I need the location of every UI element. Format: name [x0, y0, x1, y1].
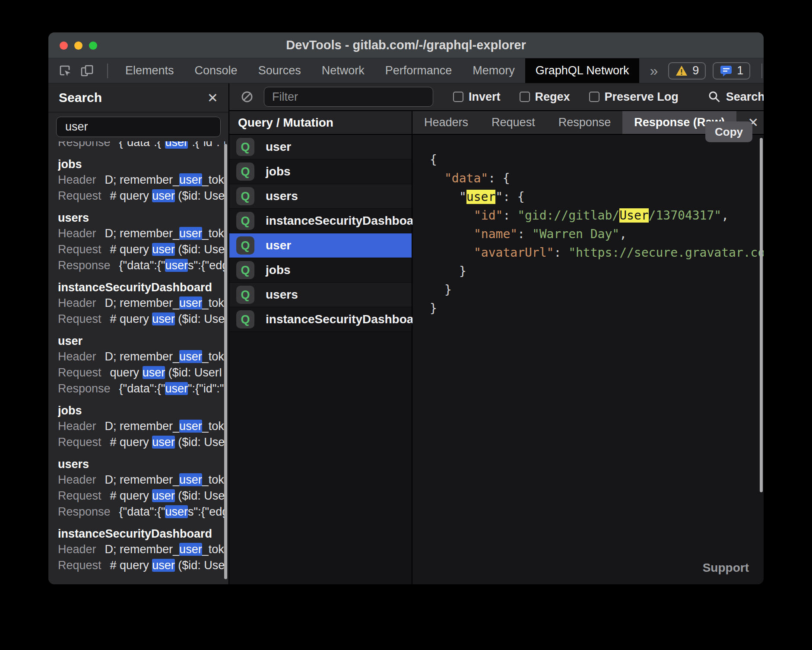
- message-count: 1: [737, 64, 743, 77]
- devtools-tab-console[interactable]: Console: [184, 58, 248, 83]
- result-text: {"data":{"user":{"id":"gid: [119, 141, 225, 150]
- result-fragment: D; remember_: [105, 543, 180, 556]
- result-text: D; remember_user_token=e: [105, 472, 225, 488]
- query-row-jobs[interactable]: Qjobs: [229, 159, 412, 184]
- search-result-line[interactable]: Request# query user ($id: UserI: [58, 558, 225, 574]
- messages-badge[interactable]: 1: [713, 62, 750, 80]
- search-result-line[interactable]: HeaderD; remember_user_token=e: [58, 418, 225, 434]
- response-tab-request[interactable]: Request: [480, 111, 547, 134]
- search-result-line[interactable]: HeaderD; remember_user_token=e: [58, 472, 225, 488]
- match-highlight: user: [179, 350, 202, 363]
- checkbox-box[interactable]: [589, 92, 599, 102]
- result-fragment: D; remember_: [105, 420, 180, 433]
- query-row-label: users: [266, 288, 298, 302]
- search-result-line[interactable]: Request# query user ($id: UserI: [58, 434, 225, 450]
- query-row-user[interactable]: Quser: [229, 135, 412, 159]
- checkbox-box[interactable]: [453, 92, 463, 102]
- search-result-line[interactable]: HeaderD; remember_user_token=e: [58, 349, 225, 365]
- copy-button[interactable]: Copy: [705, 121, 752, 142]
- warning-count: 9: [692, 64, 699, 77]
- device-toolbar-icon[interactable]: [80, 64, 94, 77]
- search-result-line[interactable]: Request# query user ($id: UserI: [58, 242, 225, 258]
- result-text: {"data":{"user":{"id":"gid: [119, 381, 225, 397]
- json-token: /13704317": [649, 208, 722, 223]
- result-fragment: ($id: UserI: [175, 559, 225, 572]
- search-result-line[interactable]: Request# query user ($id: UserI: [58, 488, 225, 504]
- response-scrollbar[interactable]: [760, 138, 763, 492]
- search-result-line[interactable]: Response{"data":{"users":{"edges: [58, 504, 225, 520]
- query-row-jobs[interactable]: Qjobs: [229, 258, 412, 283]
- filter-bar: InvertRegexPreserve Log Search: [229, 83, 764, 111]
- response-panel: HeadersRequestResponseResponse (Raw) ✕ {…: [412, 111, 764, 584]
- result-fragment: _token=e: [202, 420, 225, 433]
- response-tab-headers[interactable]: Headers: [412, 111, 480, 134]
- search-result-line[interactable]: Response{"data":{"users":{"edges: [58, 258, 225, 274]
- json-line: "user": {: [430, 188, 764, 206]
- devtools-tab-graphql-network[interactable]: GraphQL Network: [525, 58, 640, 83]
- result-type-label: Request: [58, 365, 102, 381]
- search-result-line[interactable]: Response{"data":{"user":{"id":"gid: [58, 381, 225, 397]
- sidebar-scrollbar[interactable]: [224, 144, 227, 579]
- search-result-line[interactable]: Requestquery user ($id: UserI: [58, 365, 225, 381]
- search-result-group-title: instanceSecurityDashboard: [58, 526, 225, 542]
- devtools-tab-elements[interactable]: Elements: [115, 58, 184, 83]
- warnings-badge[interactable]: 9: [668, 62, 706, 80]
- result-type-label: Response: [58, 141, 111, 150]
- search-result-line[interactable]: Request# query user ($id: UserI: [58, 188, 225, 204]
- json-token: ,: [721, 208, 729, 223]
- checkbox-box[interactable]: [520, 92, 530, 102]
- response-tab-response[interactable]: Response: [547, 111, 623, 134]
- network-search-control[interactable]: Search: [708, 90, 764, 104]
- query-type-badge: Q: [236, 236, 254, 255]
- filter-input[interactable]: [264, 87, 433, 107]
- json-token: ": {: [495, 190, 524, 204]
- close-search-icon[interactable]: ✕: [207, 90, 218, 105]
- search-result-line[interactable]: Response{"data":{"user":{"id":"gid: [58, 141, 225, 150]
- chat-bubble-icon: [720, 64, 733, 77]
- search-result-line[interactable]: HeaderD; remember_user_token=e: [58, 295, 225, 311]
- search-result-line[interactable]: Request# query user ($id: UserI: [58, 311, 225, 327]
- query-row-instancesecuritydashboard[interactable]: QinstanceSecurityDashboard: [229, 307, 412, 332]
- result-fragment: s":{"edges: [188, 259, 225, 272]
- clear-block-icon[interactable]: [241, 90, 254, 103]
- query-row-users[interactable]: Qusers: [229, 184, 412, 209]
- search-input[interactable]: [56, 117, 221, 137]
- close-window-button[interactable]: [60, 41, 68, 50]
- search-icon: [708, 90, 721, 103]
- query-row-instancesecuritydashboard[interactable]: QinstanceSecurityDashboard: [229, 209, 412, 233]
- support-link[interactable]: Support: [703, 561, 749, 575]
- result-type-label: Header: [58, 542, 96, 558]
- devtools-tab-sources[interactable]: Sources: [248, 58, 311, 83]
- query-row-user[interactable]: Quser: [229, 233, 412, 258]
- result-type-label: Header: [58, 295, 96, 311]
- tabbar-right-divider: [761, 64, 762, 78]
- filter-checkboxes: InvertRegexPreserve Log: [453, 90, 679, 104]
- devtools-tab-memory[interactable]: Memory: [462, 58, 525, 83]
- search-result-line[interactable]: HeaderD; remember_user_token=e: [58, 226, 225, 242]
- more-tabs-chevron-icon[interactable]: »: [639, 58, 668, 83]
- filter-checkbox-preserve-log[interactable]: Preserve Log: [589, 90, 679, 104]
- result-text: D; remember_user_token=e: [105, 172, 225, 188]
- result-text: # query user ($id: UserI: [110, 242, 225, 258]
- inspect-element-icon[interactable]: [59, 64, 72, 77]
- filter-checkbox-invert[interactable]: Invert: [453, 90, 501, 104]
- result-text: D; remember_user_token=e: [105, 295, 225, 311]
- filter-checkbox-regex[interactable]: Regex: [520, 90, 570, 104]
- query-row-users[interactable]: Qusers: [229, 283, 412, 307]
- result-fragment: _token=e: [202, 173, 225, 186]
- match-highlight: user: [143, 366, 165, 379]
- query-row-label: user: [266, 140, 291, 154]
- zoom-window-button[interactable]: [89, 41, 97, 50]
- devtools-tab-network[interactable]: Network: [311, 58, 375, 83]
- search-result-group-title: user: [58, 333, 225, 349]
- result-fragment: s":{"edges: [188, 505, 225, 518]
- checkbox-label: Preserve Log: [605, 90, 679, 104]
- match-highlight: user: [179, 296, 202, 309]
- result-text: D; remember_user_token=e: [105, 418, 225, 434]
- minimize-window-button[interactable]: [74, 41, 82, 50]
- result-text: # query user ($id: UserI: [110, 488, 225, 504]
- devtools-tab-performance[interactable]: Performance: [375, 58, 463, 83]
- window-title: DevTools - gitlab.com/-/graphql-explorer: [48, 38, 764, 52]
- search-result-line[interactable]: HeaderD; remember_user_token=e: [58, 172, 225, 188]
- search-result-line[interactable]: HeaderD; remember_user_token=e: [58, 542, 225, 558]
